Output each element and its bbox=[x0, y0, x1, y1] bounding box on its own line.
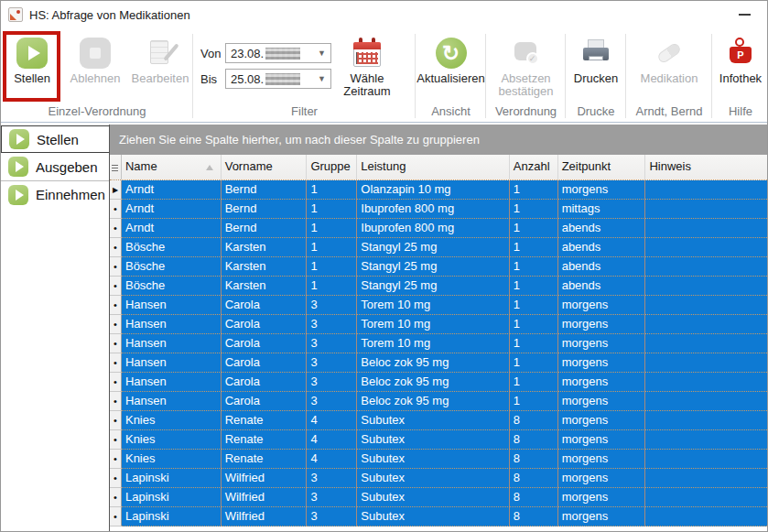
table-row[interactable]: •BöscheKarsten1Stangyl 25 mg1abends bbox=[110, 277, 767, 296]
cell-vorname: Wilfried bbox=[222, 488, 308, 507]
cell-zeitpunkt: morgens bbox=[558, 353, 646, 373]
cell-gruppe: 1 bbox=[307, 200, 357, 219]
cell-zeitpunkt: morgens bbox=[558, 450, 646, 469]
cell-anzahl: 1 bbox=[510, 257, 558, 277]
cell-name: Lapinski bbox=[122, 488, 222, 507]
sidebar-tab-stellen[interactable]: Stellen bbox=[1, 125, 109, 153]
edit-icon bbox=[145, 38, 176, 69]
table-row[interactable]: •BöscheKarsten1Stangyl 25 mg1abends bbox=[110, 257, 767, 277]
minimize-icon bbox=[739, 14, 751, 16]
selected-row-indicator: • bbox=[110, 469, 122, 488]
cell-vorname: Carola bbox=[222, 296, 308, 315]
selected-row-indicator: • bbox=[110, 219, 122, 238]
table-row[interactable]: •KniesRenate4Subutex8morgens bbox=[110, 430, 767, 450]
column-header-leistung[interactable]: Leistung bbox=[357, 155, 510, 179]
cell-anzahl: 8 bbox=[510, 488, 558, 507]
ribbon-group-ansicht: Aktualisieren Ansicht bbox=[416, 28, 486, 122]
app-window: HS: Abfrage von Medikationen Stellen Abl… bbox=[0, 0, 768, 532]
cell-name: Hansen bbox=[122, 392, 222, 411]
window-title: HS: Abfrage von Medikationen bbox=[29, 8, 190, 22]
calendar-icon bbox=[352, 38, 383, 69]
aktualisieren-label: Aktualisieren bbox=[416, 72, 484, 85]
sidebar-tab-einnehmen[interactable]: Einnehmen bbox=[1, 180, 109, 208]
column-header-anzahl[interactable]: Anzahl bbox=[510, 155, 558, 179]
table-row[interactable]: •HansenCarola3Torem 10 mg1morgens bbox=[110, 315, 767, 334]
cell-anzahl: 1 bbox=[510, 200, 558, 219]
table-row[interactable]: •LapinskiWilfried3Subutex8morgens bbox=[110, 507, 767, 527]
ribbon-group-einzel-verordnung: Stellen Ablehnen Bearbeiten Einzel-Veror… bbox=[1, 28, 193, 122]
ablehnen-button[interactable]: Ablehnen bbox=[63, 28, 127, 85]
table-row[interactable]: •KniesRenate4Subutex8morgens bbox=[110, 411, 767, 430]
table-row[interactable]: •HansenCarola3Torem 10 mg1morgens bbox=[110, 296, 767, 315]
sidebar-tab-ausgeben[interactable]: Ausgeben bbox=[1, 153, 109, 180]
infothek-button[interactable]: P Infothek bbox=[712, 28, 768, 85]
table-row[interactable]: •LapinskiWilfried3Subutex8morgens bbox=[110, 488, 767, 507]
cell-leistung: Stangyl 25 mg bbox=[357, 238, 510, 257]
table-row[interactable]: •ArndtBernd1Ibuprofen 800 mg1mittags bbox=[110, 200, 767, 219]
cell-zeitpunkt: morgens bbox=[558, 315, 646, 334]
medikation-button[interactable]: Medikation bbox=[631, 28, 708, 85]
refresh-icon bbox=[436, 38, 467, 69]
redacted-year bbox=[265, 48, 300, 60]
table-row[interactable]: •HansenCarola3Beloc zok 95 mg1morgens bbox=[110, 353, 767, 373]
bearbeiten-button[interactable]: Bearbeiten bbox=[129, 28, 191, 85]
table-row[interactable]: •LapinskiWilfried3Subutex8morgens bbox=[110, 469, 767, 488]
cell-gruppe: 1 bbox=[307, 277, 357, 296]
selected-row-indicator: • bbox=[110, 200, 122, 219]
medication-grid: Ziehen Sie eine Spalte hierher, um nach … bbox=[109, 125, 767, 531]
cell-anzahl: 1 bbox=[510, 353, 558, 373]
cell-leistung: Subutex bbox=[357, 411, 510, 430]
group-label-hilfe: Hilfe bbox=[712, 104, 768, 118]
table-row[interactable]: •HansenCarola3Torem 10 mg1morgens bbox=[110, 334, 767, 353]
cell-hinweis bbox=[645, 180, 767, 200]
selected-row-indicator: • bbox=[110, 277, 122, 296]
cell-leistung: Subutex bbox=[357, 488, 510, 507]
cell-hinweis bbox=[645, 507, 767, 527]
cell-name: Bösche bbox=[122, 238, 222, 257]
table-row[interactable]: •KniesRenate4Subutex8morgens bbox=[110, 450, 767, 469]
cell-hinweis bbox=[645, 392, 767, 411]
ribbon-toolbar: Stellen Ablehnen Bearbeiten Einzel-Veror… bbox=[1, 28, 767, 123]
aktualisieren-button[interactable]: Aktualisieren bbox=[416, 28, 486, 85]
row-indicator-header bbox=[110, 155, 122, 179]
drucken-button[interactable]: Drucken bbox=[566, 28, 626, 85]
column-header-name[interactable]: Name bbox=[122, 155, 222, 179]
cell-gruppe: 3 bbox=[307, 296, 357, 315]
cell-zeitpunkt: morgens bbox=[558, 488, 646, 507]
group-label-filter: Filter bbox=[193, 104, 416, 118]
von-date-combobox[interactable]: 23.08. ▼ bbox=[225, 43, 331, 63]
table-row[interactable]: •BöscheKarsten1Stangyl 25 mg1abends bbox=[110, 238, 767, 257]
group-by-panel[interactable]: Ziehen Sie eine Spalte hierher, um nach … bbox=[110, 125, 767, 155]
absetzen-bestaetigen-button[interactable]: ✓ Absetzen bestätigen bbox=[490, 28, 562, 98]
stellen-button[interactable]: Stellen bbox=[4, 28, 60, 85]
column-header-zeitpunkt[interactable]: Zeitpunkt bbox=[558, 155, 646, 179]
selected-row-indicator: • bbox=[110, 353, 122, 373]
minimize-button[interactable] bbox=[734, 6, 754, 23]
cell-anzahl: 8 bbox=[510, 411, 558, 430]
waehle-zeitraum-button[interactable]: Wähle Zeitraum bbox=[330, 28, 404, 98]
column-header-hinweis[interactable]: Hinweis bbox=[645, 155, 767, 179]
column-header-gruppe[interactable]: Gruppe bbox=[307, 155, 357, 179]
table-row[interactable]: •HansenCarola3Beloc zok 95 mg1morgens bbox=[110, 392, 767, 411]
table-row[interactable]: •HansenCarola3Beloc zok 95 mg1morgens bbox=[110, 373, 767, 392]
table-row[interactable]: •ArndtBernd1Ibuprofen 800 mg1abends bbox=[110, 219, 767, 238]
cell-anzahl: 1 bbox=[510, 373, 558, 392]
table-row[interactable]: ▶ArndtBernd1Olanzapin 10 mg1morgens bbox=[110, 180, 767, 200]
sidebar-tab-label: Einnehmen bbox=[36, 187, 105, 202]
cell-anzahl: 8 bbox=[510, 430, 558, 450]
group-label-einzel-verordnung: Einzel-Verordnung bbox=[1, 104, 193, 118]
ribbon-group-verordnung: ✓ Absetzen bestätigen Verordnung bbox=[486, 28, 566, 122]
bis-date-combobox[interactable]: 25.08. ▼ bbox=[225, 69, 331, 89]
cell-vorname: Wilfried bbox=[222, 507, 308, 527]
pill-icon bbox=[654, 38, 685, 69]
column-header-vorname[interactable]: Vorname bbox=[222, 155, 308, 179]
cell-anzahl: 1 bbox=[510, 392, 558, 411]
von-date-value: 23.08. bbox=[231, 47, 264, 60]
bis-date-value: 25.08. bbox=[231, 72, 264, 86]
cell-gruppe: 1 bbox=[307, 238, 357, 257]
sidebar: StellenAusgebenEinnehmen bbox=[1, 123, 109, 531]
medikation-label: Medikation bbox=[641, 72, 698, 85]
cell-leistung: Beloc zok 95 mg bbox=[357, 353, 510, 373]
cell-anzahl: 1 bbox=[510, 180, 558, 200]
cell-anzahl: 1 bbox=[510, 238, 558, 257]
